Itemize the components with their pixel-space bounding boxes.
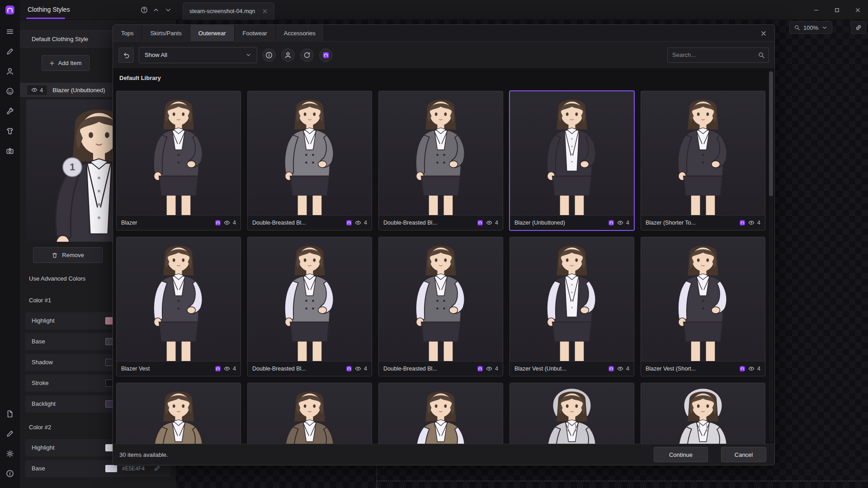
document-tab[interactable]: steam-screenshot-04.mqn [183,2,274,20]
card-meta: 4 [215,220,236,226]
filter-dropdown[interactable]: Show All [139,47,257,63]
card-info-bar: Double-Breasted Bl... 4 [248,215,372,230]
close-tab-icon[interactable] [262,9,268,14]
brand-icon [477,220,483,226]
scrollbar-thumb[interactable] [769,71,773,196]
pencil-icon [6,47,14,56]
eye-icon [31,87,38,93]
clothing-card-7[interactable]: Double-Breasted Bl... 4 [378,237,503,376]
window-controls [806,0,868,20]
color-row-label: Highlight [32,312,55,329]
clothing-card-9[interactable]: Blazer Vest (Short... 4 [641,237,765,376]
add-item-button[interactable]: Add Item [42,55,90,71]
window-maximize-button[interactable] [826,0,847,20]
gear-tool-button[interactable] [0,446,20,462]
collapse-up-button[interactable] [151,5,161,15]
clothing-card-2[interactable]: Double-Breasted Bl... 4 [378,91,503,230]
dialog-close-button[interactable] [758,28,769,39]
clothing-library-dialog: TopsSkirts/PantsOuterwearFootwearAccesso… [113,24,775,465]
close-icon [855,7,861,13]
caret-down-icon [165,6,172,14]
brand-button[interactable] [319,48,333,62]
tab-outerwear[interactable]: Outerwear [190,25,235,41]
eye-icon [748,366,755,372]
color-swatch[interactable] [105,465,117,472]
user-icon [284,52,292,59]
pencil-icon [6,430,14,438]
camera-tool-button[interactable] [0,143,20,159]
clothing-card-14[interactable] [641,383,765,444]
file-tool-button[interactable] [0,406,20,422]
panel-tab-clothing-styles[interactable]: Clothing Styles [28,6,70,13]
brand-icon [215,366,221,372]
add-item-label: Add Item [58,60,81,66]
search-box [667,47,769,63]
clothing-card-4[interactable]: Blazer (Shorter To... 4 [641,91,765,230]
clothing-card-grid: Blazer 4 Double-Breasted Bl... 4 Double-… [116,91,765,444]
user-tool-button[interactable] [0,63,20,80]
clothing-preview [510,383,634,444]
chevron-down-icon [821,24,828,31]
eye-icon [224,220,230,226]
card-info-bar: Blazer Vest (Short... 4 [641,361,765,376]
clothing-card-12[interactable] [378,383,503,444]
scrollbar-track[interactable] [769,70,773,442]
shirt-tool-button[interactable] [0,123,20,139]
clothing-card-8[interactable]: Blazer Vest (Unbut... 4 [509,237,634,376]
window-close-button[interactable] [847,0,868,20]
pencil-tool-button[interactable] [0,43,20,60]
search-icon [758,52,765,59]
clothing-card-6[interactable]: Double-Breasted Bl... 4 [247,237,372,376]
use-advanced-colors-toggle[interactable]: Use Advanced Colors [29,275,85,282]
clothing-card-3[interactable]: Blazer (Unbuttoned) 4 [509,91,634,230]
clothing-card-0[interactable]: Blazer 4 [116,91,241,230]
card-meta: 4 [215,366,236,372]
zoom-value: 100% [803,24,818,31]
pencil-tool-button[interactable] [0,426,20,442]
cancel-button[interactable]: Cancel [721,447,766,462]
tab-tops[interactable]: Tops [113,25,142,41]
maximize-icon [834,7,840,13]
undo-button[interactable] [118,47,134,63]
layer-count: 4 [757,220,760,226]
titlebar: Clothing Styles steam-screenshot-04.mqn [0,0,868,20]
window-minimize-button[interactable] [806,0,826,20]
link-button[interactable] [851,21,866,34]
refresh-button[interactable] [300,48,314,62]
brand-icon [608,220,614,226]
continue-button[interactable]: Continue [654,447,708,462]
eye-icon [486,366,492,372]
remove-item-button[interactable]: Remove [33,247,103,263]
card-info-bar: Blazer (Shorter To... 4 [641,215,765,230]
clothing-card-label: Blazer (Unbuttoned) [514,220,608,226]
clothing-card-1[interactable]: Double-Breasted Bl... 4 [247,91,372,230]
zoom-control[interactable]: 100% [789,21,832,34]
user-button[interactable] [281,48,295,62]
search-input[interactable] [667,47,769,63]
tab-accessories[interactable]: Accessories [276,25,324,41]
category-tabs: TopsSkirts/PantsOuterwearFootwearAccesso… [113,25,774,42]
wrench-tool-button[interactable] [0,103,20,119]
collapse-down-button[interactable] [163,5,174,15]
clothing-card-10[interactable] [116,383,241,444]
face-icon [6,87,14,95]
artboard-guide-vertical [377,465,377,488]
edit-pencil-icon[interactable] [154,465,160,472]
clothing-card-11[interactable] [247,383,372,444]
clothing-card-label: Double-Breasted Bl... [383,220,477,226]
color-row-label: Base [32,333,45,350]
clothing-card-label: Blazer Vest (Short... [646,366,739,372]
remove-label: Remove [62,252,84,258]
info-tool-button[interactable] [0,465,20,482]
eye-icon [748,220,755,226]
clothing-card-5[interactable]: Blazer Vest 4 [116,237,241,376]
help-button[interactable] [139,5,150,15]
face-tool-button[interactable] [0,83,20,99]
status-text: 30 items available. [119,451,168,458]
tab-footwear[interactable]: Footwear [235,25,276,41]
menu-tool-button[interactable] [0,23,20,40]
info-button[interactable] [262,48,276,62]
brand-icon [215,220,221,226]
tab-skirts-pants[interactable]: Skirts/Pants [142,25,190,41]
clothing-card-13[interactable] [509,383,634,444]
